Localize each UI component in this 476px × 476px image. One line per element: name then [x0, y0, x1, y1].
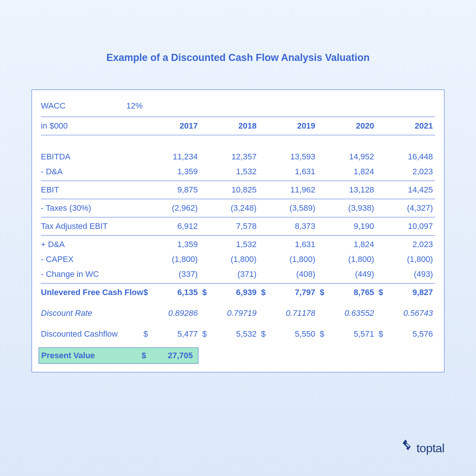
discounted-cashflow-row: Discounted Cashflow $5,477 $5,532 $5,550… [41, 327, 435, 341]
capex-row: - CAPEX (1,800) (1,800) (1,800) (1,800) … [41, 252, 435, 267]
currency: $ [142, 351, 158, 360]
row-label: EBIT [41, 185, 141, 195]
row-label: Tax Adjusted EBIT [41, 221, 141, 231]
cell: 0.71178 [275, 308, 317, 318]
cell: 11,234 [158, 152, 200, 162]
cell: 1,532 [216, 240, 259, 249]
cell: 1,824 [334, 167, 376, 177]
row-label: - CAPEX [41, 255, 141, 264]
cell: 1,532 [216, 167, 259, 177]
cell: 0.89286 [158, 308, 200, 318]
cell: (4,327) [393, 203, 435, 213]
cell: (449) [334, 269, 376, 279]
year-col: 2021 [393, 121, 435, 131]
currency: $ [141, 288, 158, 297]
cell: (3,938) [334, 203, 376, 213]
cell: 1,631 [275, 240, 317, 249]
cell: 6,912 [158, 221, 200, 231]
row-label: EBITDA [41, 152, 141, 162]
row-label: - Taxes (30%) [41, 203, 141, 213]
divider [41, 217, 435, 217]
present-value-highlight: Present Value $ 27,705 [39, 347, 198, 364]
cell: 12,357 [216, 152, 259, 162]
cell: 1,631 [275, 167, 317, 177]
divider [41, 235, 435, 236]
currency: $ [141, 329, 158, 339]
currency: $ [259, 329, 275, 339]
cell: 14,952 [334, 152, 376, 162]
cell: 9,827 [393, 288, 435, 297]
cell: 1,359 [158, 240, 200, 249]
cell: (3,248) [216, 203, 259, 213]
row-label: Unlevered Free Cash Flow [41, 288, 141, 297]
brand-logo: toptal [402, 440, 444, 457]
cell: 7,797 [275, 288, 317, 297]
cell: 5,532 [216, 329, 259, 339]
cell: 6,135 [158, 288, 200, 297]
cell: (1,800) [275, 255, 317, 264]
change-wc-row: - Change in WC (337) (371) (408) (449) (… [41, 267, 435, 282]
cell: (3,589) [275, 203, 317, 213]
wacc-row: WACC 12% [41, 98, 435, 115]
cell: (337) [158, 269, 200, 279]
cell: 16,448 [393, 152, 435, 162]
page-title: Example of a Discounted Cash Flow Analys… [32, 52, 444, 64]
currency: $ [318, 288, 334, 297]
cell: 6,939 [216, 288, 259, 297]
pv-value: 27,705 [158, 351, 196, 360]
divider [41, 117, 435, 117]
cell: 7,578 [216, 221, 259, 231]
wacc-label: WACC [41, 101, 126, 111]
da-row: - D&A 1,359 1,532 1,631 1,824 2,023 [41, 164, 435, 179]
cell: (408) [275, 269, 317, 279]
row-label: Discounted Cashflow [41, 329, 141, 339]
year-col: 2020 [334, 121, 376, 131]
cell: (1,800) [216, 255, 259, 264]
cell: (493) [393, 269, 435, 279]
brand-text: toptal [417, 441, 444, 455]
currency: $ [318, 329, 334, 339]
cell: 5,576 [393, 329, 435, 339]
row-label: + D&A [41, 240, 141, 249]
divider [41, 181, 435, 181]
cell: 0.56743 [393, 308, 435, 318]
cell: 5,550 [275, 329, 317, 339]
divider [41, 283, 435, 284]
row-label: - Change in WC [41, 269, 141, 279]
cell: (1,800) [158, 255, 200, 264]
cell: 9,875 [158, 185, 200, 195]
cell: 13,128 [334, 185, 376, 195]
wacc-value: 12% [126, 101, 435, 111]
currency: $ [376, 288, 393, 297]
cell: 1,359 [158, 167, 200, 177]
cell: 5,477 [158, 329, 200, 339]
cell: (1,800) [334, 255, 376, 264]
cell: (2,962) [158, 203, 200, 213]
cell: 8,373 [275, 221, 317, 231]
cell: 0.63552 [334, 308, 376, 318]
cell: 14,425 [393, 185, 435, 195]
cell: (1,800) [393, 255, 435, 264]
cell: 2,023 [393, 167, 435, 177]
row-label: - D&A [41, 167, 141, 177]
cell: 11,962 [275, 185, 317, 195]
currency: $ [200, 288, 216, 297]
cell: 2,023 [393, 240, 435, 249]
cell: 10,825 [216, 185, 259, 195]
cell: 9,190 [334, 221, 376, 231]
year-col: 2018 [216, 121, 259, 131]
row-label: Discount Rate [41, 308, 141, 318]
tax-adjusted-ebit-row: Tax Adjusted EBIT 6,912 7,578 8,373 9,19… [41, 219, 435, 234]
ebit-row: EBIT 9,875 10,825 11,962 13,128 14,425 [41, 182, 435, 197]
ebitda-row: EBITDA 11,234 12,357 13,593 14,952 16,44… [41, 149, 435, 164]
cell: (371) [216, 269, 259, 279]
toptal-icon [402, 440, 414, 457]
year-col: 2019 [275, 121, 317, 131]
pv-label: Present Value [41, 351, 142, 360]
cell: 0.79719 [216, 308, 259, 318]
plus-da-row: + D&A 1,359 1,532 1,631 1,824 2,023 [41, 237, 435, 252]
header-row: in $000 2017 2018 2019 2020 2021 [41, 119, 435, 133]
currency: $ [259, 288, 275, 297]
cell: 10,097 [393, 221, 435, 231]
divider [41, 199, 435, 199]
